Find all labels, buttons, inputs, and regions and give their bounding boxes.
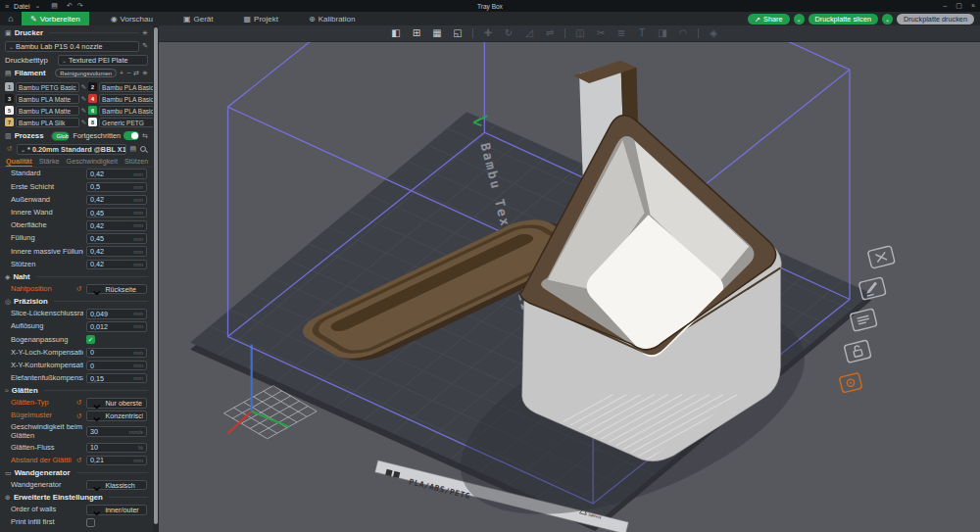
reset-icon[interactable]: ↺ (74, 285, 83, 293)
redo-icon[interactable]: ↷ (77, 2, 83, 10)
edit-filament-icon[interactable]: ✎ (81, 83, 86, 91)
param-input[interactable]: 0,21mm (86, 456, 147, 466)
param-input[interactable]: 0,15mm (86, 373, 147, 384)
process-tab-0[interactable]: Qualität (6, 157, 32, 167)
bed-type-dropdown[interactable]: ⌄ Textured PEI Plate (58, 55, 148, 66)
auto-arrange-icon[interactable]: ▦ (431, 28, 443, 38)
filament-slot[interactable]: 7Bambu PLA Silk✎ (5, 117, 86, 127)
filament-slot[interactable]: 4Bambu PLA Basic✎ (88, 93, 153, 104)
save-preset-icon[interactable]: ▤ (129, 145, 136, 153)
edit-filament-icon[interactable]: ✎ (81, 95, 86, 103)
param-input[interactable]: 0mm (86, 348, 147, 359)
build-plate-canvas[interactable]: Bambu Textured PEI Plate PLA/ABS/PETG HO… (159, 42, 980, 532)
save-icon[interactable]: ▤ (51, 2, 58, 10)
add-plate-icon[interactable]: ⊞ (411, 28, 422, 38)
filament-slot[interactable]: 8Generic PETG✎ (88, 117, 153, 127)
printer-settings-gear-icon[interactable]: ✳ (142, 29, 148, 37)
param-checkbox[interactable] (86, 518, 95, 527)
param-row: Erste Schicht0,5mm (0, 180, 153, 193)
filament-slot[interactable]: 5Bambu PLA Matte✎ (5, 105, 86, 116)
filament-name: Bambu PLA Matte (16, 106, 79, 116)
param-input[interactable]: 0,012mm (86, 321, 147, 332)
tab-projekt[interactable]: ▦Projekt (235, 12, 287, 25)
tab-geraet[interactable]: ▣Gerät (174, 12, 222, 25)
unit-label: mm (133, 249, 143, 255)
minimize-button[interactable]: – (943, 2, 947, 10)
param-input[interactable]: 0,42mm (86, 169, 147, 179)
undo-icon[interactable]: ↶ (67, 2, 73, 10)
process-preset-dropdown[interactable]: ⌄ * 0.20mm Standard @BBL X1C (17, 144, 126, 155)
edit-filament-icon[interactable]: ✎ (81, 107, 86, 115)
advanced-toggle[interactable] (123, 131, 139, 140)
param-input[interactable]: 0mm (86, 361, 147, 371)
param-label: Abstand der Glättlinien (11, 457, 72, 464)
close-button[interactable]: × (971, 2, 975, 10)
tab-vorschau[interactable]: ◉Vorschau (102, 12, 162, 25)
add-filament-icon[interactable]: + (120, 70, 123, 76)
file-menu[interactable]: Datei (14, 3, 29, 10)
process-tab-3[interactable]: Stützen (124, 157, 148, 166)
unit-label: mm (133, 236, 143, 242)
param-checkbox[interactable]: ✓ (86, 335, 95, 344)
reset-icon[interactable]: ↺ (74, 412, 83, 420)
printer-preset-dropdown[interactable]: ⌄ Bambu Lab P1S 0.4 nozzle (5, 41, 139, 52)
filament-slot[interactable]: 1Bambu PETG Basic✎ (5, 81, 86, 92)
param-row: Print infill first (0, 516, 153, 529)
add-object-icon[interactable]: ◧ (390, 28, 402, 38)
tab-kalibration[interactable]: ⊕Kalibration (300, 12, 365, 25)
param-input[interactable]: 0,42mm (86, 220, 147, 231)
param-input[interactable]: 0,42mm (86, 195, 147, 206)
process-section-header: ▥ Prozess Global Objekte Fortgeschritten… (0, 129, 153, 142)
search-icon[interactable] (139, 145, 148, 154)
filament-slot[interactable]: 2Bambu PLA Basic✎ (88, 81, 153, 92)
param-dropdown[interactable]: ⌄Klassisch (86, 480, 147, 491)
maximize-button[interactable]: ▢ (956, 2, 962, 10)
compare-presets-icon[interactable]: ⇆ (142, 132, 148, 140)
wall-icon: ▭ (5, 469, 12, 477)
filament-slot[interactable]: 6Bambu PLA Basic✎ (88, 105, 153, 116)
param-input[interactable]: 0,45mm (86, 208, 147, 218)
sync-filament-icon[interactable]: ⇄ (133, 70, 139, 77)
process-tab-1[interactable]: Stärke (39, 157, 60, 166)
chevron-down-icon[interactable]: ⌄ (34, 2, 40, 10)
param-dropdown[interactable]: ⌄Rückseite (86, 284, 147, 295)
param-input[interactable]: 0,42mm (86, 246, 147, 257)
flush-volumes-button[interactable]: Reinigungsvolumen (55, 69, 117, 77)
remove-filament-icon[interactable]: − (126, 70, 130, 76)
filament-color-chip: 2 (88, 82, 97, 91)
chevron-down-icon: ⌄ (90, 476, 103, 495)
printer-icon: ▣ (183, 15, 191, 24)
unit-label: mm (133, 363, 143, 368)
param-label: Print infill first (11, 518, 83, 526)
tab-vorbereiten[interactable]: ✎Vorbereiten (22, 12, 89, 25)
slice-options-caret[interactable]: ⌄ (794, 14, 805, 24)
print-options-caret[interactable]: ⌄ (882, 14, 893, 24)
param-input[interactable]: 0,42mm (86, 260, 147, 270)
param-input[interactable]: 0,45mm (86, 233, 147, 244)
param-dropdown[interactable]: ⌄Konzentrisch (86, 411, 147, 421)
reset-icon[interactable]: ↺ (74, 399, 83, 407)
auto-orient-icon[interactable]: ◱ (452, 28, 464, 38)
scrollbar-thumb[interactable] (154, 27, 158, 524)
filament-slot[interactable]: 3Bambu PLA Matte✎ (5, 93, 86, 104)
process-scope-toggle[interactable]: Global Objekte (51, 131, 71, 141)
param-row: Stützen0,42mm (0, 258, 153, 270)
reset-icon[interactable]: ↺ (74, 457, 83, 464)
param-row: Innere Wand0,45mm (0, 207, 153, 219)
hamburger-icon[interactable]: ≡ (5, 3, 9, 10)
print-plate-button[interactable]: Druckplatte drucken (897, 14, 974, 24)
param-input[interactable]: 0,049mm (86, 309, 147, 319)
edit-filament-icon[interactable]: ✎ (81, 119, 86, 126)
param-input[interactable]: 10% (86, 443, 147, 454)
share-button[interactable]: ↗ Share (748, 14, 790, 24)
home-button[interactable]: ⌂ (0, 12, 22, 25)
param-dropdown[interactable]: ⌄inner/outer (86, 505, 147, 515)
param-label: Außenwand (11, 196, 83, 204)
reset-preset-icon[interactable]: ↺ (5, 145, 14, 153)
edit-printer-icon[interactable]: ✎ (142, 42, 148, 50)
param-input[interactable]: 0,5mm (86, 182, 147, 193)
slice-plate-button[interactable]: Druckplatte slicen (808, 14, 879, 24)
process-tab-2[interactable]: Geschwindigkeit (67, 157, 118, 166)
filament-settings-gear-icon[interactable]: ✳ (142, 70, 148, 77)
param-input[interactable]: 30mm/s (86, 426, 147, 437)
